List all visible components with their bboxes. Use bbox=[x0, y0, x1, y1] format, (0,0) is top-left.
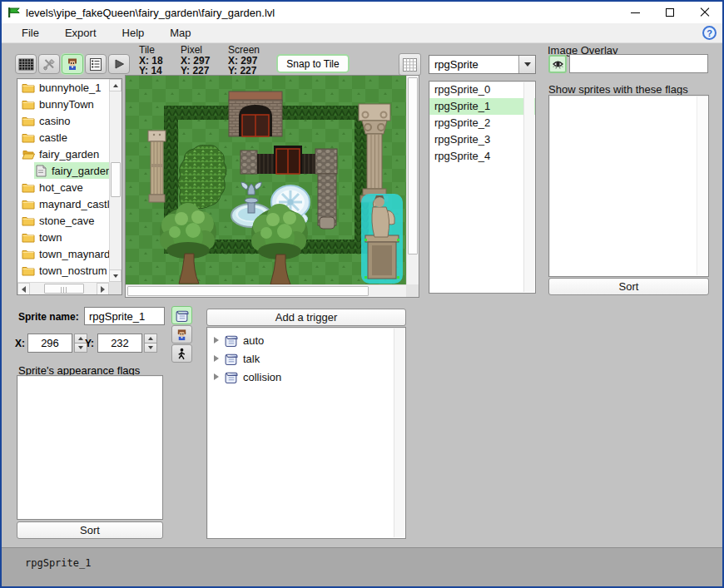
sprite-name-label: Sprite name: bbox=[18, 311, 79, 323]
tree-item[interactable]: maynard_castl bbox=[17, 195, 109, 212]
sprite-name-input[interactable] bbox=[84, 307, 165, 325]
snap-to-tile-button[interactable]: Snap to Tile bbox=[276, 54, 350, 73]
play-button[interactable] bbox=[108, 54, 130, 74]
y-label: Y: bbox=[85, 338, 94, 349]
grid-icon bbox=[18, 57, 34, 72]
tree-item[interactable]: castle bbox=[17, 129, 109, 146]
sprite-instance-list: rpgSprite_0 rpgSprite_1 rpgSprite_2 rpgS… bbox=[429, 81, 536, 294]
movement-mode-button[interactable] bbox=[171, 344, 192, 363]
sprite-tool-button[interactable] bbox=[62, 54, 83, 74]
scroll-right-button[interactable] bbox=[97, 283, 109, 295]
help-icon[interactable]: ? bbox=[702, 26, 717, 40]
image-overlay-input[interactable] bbox=[569, 54, 708, 73]
tree-item-open[interactable]: fairy_garden bbox=[17, 146, 109, 162]
menu-export[interactable]: Export bbox=[65, 27, 97, 39]
tree-item[interactable]: bunnyTown bbox=[17, 96, 109, 112]
trigger-mode-button[interactable] bbox=[171, 306, 192, 324]
scrollbar-corner bbox=[109, 282, 121, 294]
map-vertical-scrollbar[interactable] bbox=[406, 76, 419, 284]
sprite-list-item[interactable]: rpgSprite_0 bbox=[429, 82, 535, 98]
trigger-list-scrollbar[interactable] bbox=[394, 329, 404, 537]
app-flag-icon bbox=[7, 6, 21, 19]
scroll-thumb[interactable] bbox=[44, 284, 84, 294]
x-input[interactable] bbox=[27, 334, 72, 353]
show-sprites-flags-list[interactable] bbox=[548, 95, 709, 277]
terrain-tool-button[interactable] bbox=[38, 54, 60, 74]
scroll-up-button[interactable] bbox=[109, 79, 121, 91]
sort-appearance-button[interactable]: Sort bbox=[17, 521, 163, 539]
sprite-list-item-selected[interactable]: rpgSprite_1 bbox=[429, 98, 535, 115]
sort-flags-button[interactable]: Sort bbox=[548, 278, 709, 295]
tree-item[interactable]: hot_cave bbox=[17, 179, 109, 195]
tree-item[interactable]: stone_cave bbox=[17, 212, 109, 229]
scroll-left-button[interactable] bbox=[17, 283, 30, 295]
appearance-flags-list[interactable] bbox=[17, 375, 163, 520]
overlay-visibility-button[interactable] bbox=[548, 55, 567, 73]
tile-grid-tool-button[interactable] bbox=[15, 54, 37, 74]
status-bar: rpgSprite_1 bbox=[2, 547, 722, 586]
folder-icon bbox=[22, 264, 35, 277]
scrollbar-corner bbox=[406, 284, 419, 297]
y-input[interactable] bbox=[97, 334, 142, 353]
map-horizontal-scrollbar[interactable] bbox=[126, 284, 406, 297]
tree-vertical-scrollbar[interactable] bbox=[109, 79, 121, 282]
sprite-list-scrollbar[interactable] bbox=[523, 82, 534, 292]
folder-icon bbox=[22, 197, 35, 210]
menu-file[interactable]: File bbox=[22, 27, 39, 39]
tree-item[interactable]: town bbox=[17, 229, 109, 245]
menu-map[interactable]: Map bbox=[170, 27, 191, 39]
tree-item-selected[interactable]: fairy_garden bbox=[34, 162, 109, 179]
sprite-list-item[interactable]: rpgSprite_4 bbox=[429, 148, 535, 165]
expander-icon[interactable] bbox=[214, 355, 219, 362]
scroll-icon bbox=[175, 309, 189, 323]
sprite-type-dropdown[interactable]: rpgSprite bbox=[429, 55, 536, 74]
grid-light-icon bbox=[402, 57, 418, 72]
trigger-tree: auto talk collision bbox=[206, 327, 406, 539]
tree-item[interactable]: town_maynard bbox=[17, 245, 109, 262]
scroll-icon bbox=[224, 370, 238, 384]
minimize-button[interactable] bbox=[617, 2, 652, 23]
tree-item[interactable]: casino bbox=[17, 112, 109, 129]
scroll-icon bbox=[224, 334, 238, 348]
y-decrement-button[interactable] bbox=[144, 343, 157, 353]
window-controls bbox=[617, 2, 722, 23]
scroll-thumb[interactable] bbox=[127, 286, 369, 296]
show-sprites-flags-label: Show sprites with these flags bbox=[548, 83, 688, 96]
tree-horizontal-scrollbar[interactable] bbox=[17, 282, 109, 294]
file-icon bbox=[34, 164, 47, 177]
show-grid-button[interactable] bbox=[399, 53, 421, 76]
scroll-thumb[interactable] bbox=[111, 162, 121, 197]
dropdown-arrow-button[interactable] bbox=[518, 56, 535, 73]
add-trigger-button[interactable]: Add a trigger bbox=[206, 309, 406, 326]
folder-open-icon bbox=[22, 147, 35, 161]
sprite-mode-buttons bbox=[171, 306, 192, 363]
trigger-item-collision[interactable]: collision bbox=[207, 368, 405, 386]
flags-list-scrollbar[interactable] bbox=[697, 96, 707, 275]
trigger-item-talk[interactable]: talk bbox=[207, 349, 405, 368]
scroll-icon bbox=[224, 352, 238, 366]
scroll-thumb[interactable] bbox=[408, 77, 418, 254]
trigger-item-auto[interactable]: auto bbox=[207, 331, 405, 349]
sprite-list-item[interactable]: rpgSprite_2 bbox=[429, 115, 535, 131]
close-button[interactable] bbox=[687, 2, 722, 23]
tree-item[interactable]: town_nostrum bbox=[17, 262, 109, 279]
x-label: X: bbox=[15, 338, 25, 349]
character-icon bbox=[66, 57, 79, 71]
sprite-list-item[interactable]: rpgSprite_3 bbox=[429, 131, 535, 148]
pixel-coords: Pixel X: 297 Y: 227 bbox=[181, 45, 210, 77]
y-increment-button[interactable] bbox=[144, 334, 157, 343]
level-tree-panel: bunnyhole_1 bunnyTown casino castle fair… bbox=[17, 78, 122, 295]
appearance-mode-button[interactable] bbox=[171, 325, 192, 343]
scroll-down-button[interactable] bbox=[109, 269, 121, 282]
map-canvas[interactable] bbox=[126, 76, 406, 284]
maximize-button[interactable] bbox=[652, 2, 687, 23]
folder-icon bbox=[22, 180, 35, 194]
properties-tool-button[interactable] bbox=[85, 54, 107, 74]
menu-help[interactable]: Help bbox=[122, 27, 145, 39]
play-icon bbox=[112, 57, 126, 71]
tree-item[interactable]: bunnyhole_1 bbox=[17, 79, 109, 96]
character-icon bbox=[176, 329, 188, 341]
expander-icon[interactable] bbox=[214, 337, 219, 343]
folder-icon bbox=[22, 81, 35, 94]
expander-icon[interactable] bbox=[214, 373, 219, 380]
